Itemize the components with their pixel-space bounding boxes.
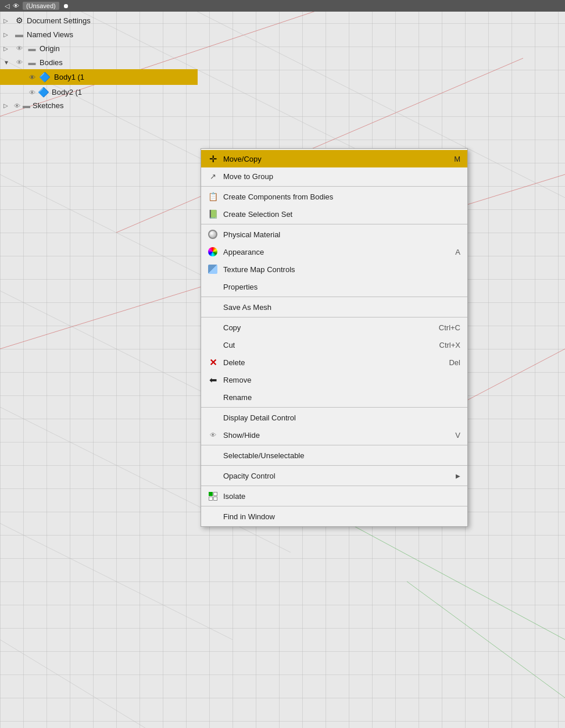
show-hide-shortcut: V <box>455 431 460 440</box>
create-components-label: Create Components from Bodies <box>223 192 456 201</box>
unsaved-triangle: ◁ <box>5 2 9 10</box>
menu-item-remove[interactable]: ⬅ Remove <box>201 371 467 388</box>
copy-shortcut: Ctrl+C <box>439 323 460 332</box>
appearance-icon <box>207 246 219 258</box>
arrow-document-settings: ▷ <box>3 17 12 24</box>
menu-item-selectable[interactable]: Selectable/Unselectable <box>201 447 467 464</box>
properties-icon <box>207 281 219 292</box>
properties-label: Properties <box>223 283 456 291</box>
move-copy-icon: ✛ <box>207 153 219 165</box>
folder-icon-origin: ▬ <box>27 43 37 53</box>
separator-2 <box>201 224 467 224</box>
menu-item-texture-map[interactable]: Texture Map Controls <box>201 260 467 278</box>
menu-item-rename[interactable]: Rename <box>201 388 467 406</box>
texture-map-icon <box>207 263 219 275</box>
menu-item-show-hide[interactable]: 👁 Show/Hide V <box>201 426 467 444</box>
copy-label: Copy <box>223 323 434 332</box>
eye-icon-sketches: 👁 <box>14 102 20 109</box>
cut-shortcut: Ctrl+X <box>439 341 460 349</box>
arrow-bodies: ▼ <box>3 59 12 66</box>
separator-6 <box>201 445 467 445</box>
tree-panel: ▷ ⚙ Document Settings ▷ ▬ Named Views ▷ … <box>0 12 198 728</box>
display-detail-label: Display Detail Control <box>223 413 456 422</box>
arrow-origin: ▷ <box>3 45 12 52</box>
menu-item-display-detail[interactable]: Display Detail Control <box>201 409 467 426</box>
rename-icon <box>207 391 219 403</box>
remove-label: Remove <box>223 376 456 384</box>
tree-item-document-settings[interactable]: ▷ ⚙ Document Settings <box>0 12 198 27</box>
body1-label: Body1 (1 <box>54 73 84 81</box>
show-hide-icon: 👁 <box>207 429 219 441</box>
physical-material-icon <box>207 229 219 240</box>
opacity-label: Opacity Control <box>223 472 446 480</box>
isolate-label: Isolate <box>223 492 456 501</box>
separator-1 <box>201 186 467 187</box>
separator-4 <box>201 317 467 317</box>
move-to-group-label: Move to Group <box>223 172 456 181</box>
cut-label: Cut <box>223 341 435 349</box>
origin-label: Origin <box>40 44 194 53</box>
body2-label: Body2 (1 <box>52 88 194 97</box>
appearance-shortcut: A <box>455 248 460 256</box>
selectable-icon <box>207 449 219 461</box>
folder-icon-bodies: ▬ <box>27 57 37 67</box>
sketches-label: Sketches <box>33 101 194 110</box>
copy-icon <box>207 322 219 333</box>
rename-label: Rename <box>223 393 456 402</box>
tree-item-body1[interactable]: 👁 🔷 Body1 (1 <box>0 69 198 85</box>
menu-item-isolate[interactable]: Isolate <box>201 487 467 505</box>
tree-item-bodies[interactable]: ▼ 👁 ▬ Bodies <box>0 55 198 69</box>
tree-item-sketches[interactable]: ▷ 👁 ▬ Sketches <box>0 99 198 112</box>
display-detail-icon <box>207 412 219 423</box>
delete-icon: ✕ <box>207 356 219 368</box>
save-as-mesh-label: Save As Mesh <box>223 303 456 312</box>
tree-item-named-views[interactable]: ▷ ▬ Named Views <box>0 27 198 41</box>
cut-icon <box>207 339 219 351</box>
menu-item-properties[interactable]: Properties <box>201 278 467 295</box>
eye-toggle[interactable]: 👁 <box>13 2 19 9</box>
remove-icon: ⬅ <box>207 374 219 386</box>
menu-item-find-in-window[interactable]: Find in Window <box>201 508 467 525</box>
top-bar: ◁ 👁 (Unsaved) ⏺ <box>0 0 565 12</box>
delete-shortcut: Del <box>449 358 460 367</box>
create-components-icon: 📋 <box>207 191 219 202</box>
menu-item-copy[interactable]: Copy Ctrl+C <box>201 319 467 336</box>
menu-item-create-components[interactable]: 📋 Create Components from Bodies <box>201 188 467 205</box>
menu-item-appearance[interactable]: Appearance A <box>201 243 467 260</box>
physical-material-label: Physical Material <box>223 230 456 239</box>
arrow-named-views: ▷ <box>3 31 12 38</box>
menu-item-cut[interactable]: Cut Ctrl+X <box>201 336 467 354</box>
save-as-mesh-icon <box>207 301 219 313</box>
tree-item-origin[interactable]: ▷ 👁 ▬ Origin <box>0 41 198 55</box>
selectable-label: Selectable/Unselectable <box>223 451 456 460</box>
bodies-label: Bodies <box>40 58 194 67</box>
eye-icon-body1: 👁 <box>29 74 35 81</box>
menu-item-move-to-group[interactable]: ↗ Move to Group <box>201 167 467 185</box>
body2-icon: 🔷 <box>38 87 49 98</box>
folder-icon-named-views: ▬ <box>14 29 24 40</box>
move-copy-shortcut: M <box>454 155 460 163</box>
menu-item-move-copy[interactable]: ✛ Move/Copy M <box>201 150 467 167</box>
separator-9 <box>201 506 467 506</box>
menu-item-delete[interactable]: ✕ Delete Del <box>201 354 467 371</box>
opacity-icon <box>207 470 219 481</box>
menu-item-save-as-mesh[interactable]: Save As Mesh <box>201 298 467 316</box>
texture-map-label: Texture Map Controls <box>223 265 456 274</box>
named-views-label: Named Views <box>27 30 194 39</box>
menu-item-physical-material[interactable]: Physical Material <box>201 226 467 243</box>
body1-icon: 🔷 <box>39 72 51 83</box>
show-hide-label: Show/Hide <box>223 431 450 440</box>
tree-item-body2[interactable]: 👁 🔷 Body2 (1 <box>0 85 198 99</box>
folder-icon-sketches: ▬ <box>23 101 30 110</box>
create-selection-set-icon: 📗 <box>207 208 219 220</box>
isolate-icon <box>207 490 219 502</box>
menu-item-opacity[interactable]: Opacity Control ▶ <box>201 467 467 484</box>
move-copy-label: Move/Copy <box>223 155 449 163</box>
opacity-submenu-arrow: ▶ <box>456 473 460 479</box>
appearance-label: Appearance <box>223 248 450 256</box>
separator-7 <box>201 465 467 466</box>
document-settings-label: Document Settings <box>27 16 194 25</box>
eye-icon-bodies: 👁 <box>14 57 24 67</box>
move-group-icon: ↗ <box>207 170 219 182</box>
menu-item-create-selection-set[interactable]: 📗 Create Selection Set <box>201 205 467 223</box>
